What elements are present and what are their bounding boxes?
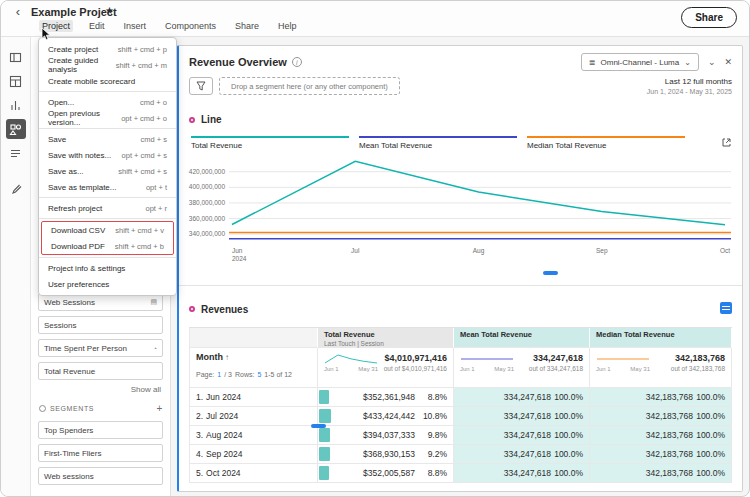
row-mean-pct: 100.0% <box>551 468 583 478</box>
menu-item-create-project[interactable]: Create projectshift + cmd + p <box>39 41 176 57</box>
table-settings-icon[interactable] <box>720 300 732 318</box>
share-button[interactable]: Share <box>681 7 737 28</box>
menu-item-open-previous-version[interactable]: Open previous version...opt + cmd + o <box>39 110 176 126</box>
row-pct: 8.8% <box>415 468 447 478</box>
show-all-link[interactable]: Show all <box>38 385 161 394</box>
panels-icon[interactable] <box>6 47 26 67</box>
menu-item-refresh-project[interactable]: Refresh projectopt + r <box>39 200 176 216</box>
metric-badge-icon: ▤ <box>150 298 157 306</box>
mean-out-of: out of 334,247,618 <box>529 365 583 372</box>
total-revenue-grand-total: $4,010,971,416 <box>384 353 447 363</box>
svg-text:360,000,000: 360,000,000 <box>189 215 226 222</box>
collapse-panel-icon[interactable]: ⌄ <box>708 57 716 67</box>
legend-median-total-revenue[interactable]: Median Total Revenue <box>527 136 685 150</box>
chart-scrollbar-thumb[interactable] <box>543 271 558 275</box>
menu-item-shortcut: shift + cmd + b <box>107 242 164 251</box>
table-row[interactable]: 4.Sep 2024 $368,930,1539.2% 334,247,6181… <box>190 445 732 464</box>
chart-legend: Total Revenue Mean Total Revenue Median … <box>179 125 742 150</box>
menu-insert[interactable]: Insert <box>121 20 150 32</box>
menu-item-shortcut: shift + cmd + m <box>108 61 167 70</box>
spark-end-label: May 31 <box>358 366 378 372</box>
row-value: $433,424,442 <box>363 411 415 421</box>
table-row[interactable]: 3.Aug 2024 $394,037,3339.8% 334,247,6181… <box>190 426 732 445</box>
revenues-title[interactable]: Revenues <box>201 304 248 315</box>
back-chevron-icon[interactable]: ‹ <box>11 4 25 19</box>
rows-count-input[interactable]: 5 <box>257 371 261 378</box>
segment-drop-zone[interactable]: Drop a segment here (or any other compon… <box>219 77 400 95</box>
info-icon[interactable]: i <box>292 57 302 67</box>
panel-title: Revenue Overview <box>189 56 287 68</box>
metric-item-total-revenue[interactable]: Total Revenue <box>38 362 163 380</box>
menu-item-download-csv[interactable]: Download CSVshift + cmd + v <box>42 222 173 238</box>
menu-item-open[interactable]: Open...cmd + o <box>39 94 176 110</box>
table-horizontal-scrollbar-thumb[interactable] <box>311 424 326 428</box>
row-median-pct: 100.0% <box>693 392 725 402</box>
menu-item-label: Save <box>48 135 66 144</box>
menu-item-create-mobile-scorecard[interactable]: Create mobile scorecard <box>39 73 176 89</box>
menu-item-project-info-settings[interactable]: Project info & settings <box>39 260 176 276</box>
tables-icon[interactable] <box>6 71 26 91</box>
table-row[interactable]: 2.Jul 2024 $433,424,44210.8% 334,247,618… <box>190 407 732 426</box>
value-bar <box>319 428 330 442</box>
export-chart-icon[interactable] <box>721 134 732 152</box>
viz-color-dot-icon <box>189 117 195 123</box>
row-median-pct: 100.0% <box>693 468 725 478</box>
month-header-cell[interactable]: Month↑ Page: 1 / 3 Rows: 5 1-5 of 12 <box>190 348 318 388</box>
metric-item-sessions[interactable]: Sessions <box>38 316 163 334</box>
menu-item-user-preferences[interactable]: User preferences <box>39 276 176 292</box>
chart-scrollbar[interactable] <box>189 270 732 276</box>
median-grand-total: 342,183,768 <box>671 353 725 363</box>
legend-mean-total-revenue[interactable]: Mean Total Revenue <box>359 136 517 150</box>
menu-share[interactable]: Share <box>232 20 262 32</box>
titlebar: ‹ Example Project ★ Share Project Edit I… <box>1 1 749 37</box>
segment-filter-button[interactable] <box>189 77 213 95</box>
menu-item-label: Create project <box>48 45 98 54</box>
menu-components[interactable]: Components <box>162 20 219 32</box>
menu-item-download-pdf[interactable]: Download PDFshift + cmd + b <box>42 238 173 254</box>
svg-text:380,000,000: 380,000,000 <box>189 199 226 206</box>
svg-text:2024: 2024 <box>232 255 247 262</box>
menu-edit[interactable]: Edit <box>86 20 108 32</box>
band-median-total-revenue[interactable]: Median Total Revenue <box>590 328 732 348</box>
sort-asc-icon[interactable]: ↑ <box>225 353 229 362</box>
menu-item-save-as[interactable]: Save as...shift + cmd + s <box>39 163 176 179</box>
menu-item-save-as-template[interactable]: Save as template...opt + t <box>39 179 176 195</box>
menu-item-label: Refresh project <box>48 204 102 213</box>
segment-item-web-sessions[interactable]: Web sessions <box>38 467 163 485</box>
toc-icon[interactable] <box>6 143 26 163</box>
menu-help[interactable]: Help <box>275 20 300 32</box>
metric-item-time-spent[interactable]: Time Spent Per Person◔ <box>38 339 163 357</box>
menu-item-save[interactable]: Savecmd + s <box>39 131 176 147</box>
table-row[interactable]: 1.Jun 2024 $352,361,9488.8% 334,247,6181… <box>190 388 732 407</box>
close-panel-icon[interactable]: ✕ <box>724 57 732 67</box>
row-value: $352,361,948 <box>363 392 415 402</box>
menu-item-label: Open previous version... <box>48 109 113 127</box>
visualizations-icon[interactable] <box>6 95 26 115</box>
table-row[interactable]: 5.Oct 2024 $352,005,5878.8% 334,247,6181… <box>190 464 732 483</box>
favorite-star-icon[interactable]: ★ <box>105 5 114 16</box>
menu-item-save-with-notes[interactable]: Save with notes...opt + cmd + s <box>39 147 176 163</box>
add-segment-icon[interactable]: + <box>157 403 163 414</box>
segment-item-top-spenders[interactable]: Top Spenders <box>38 421 163 439</box>
page-number-input[interactable]: 1 <box>217 371 221 378</box>
row-median-pct: 100.0% <box>693 449 725 459</box>
line-viz-title[interactable]: Line <box>201 114 222 125</box>
dataset-selector[interactable]: ≣ Omni-Channel - Luma ⌄ <box>581 53 699 71</box>
menu-item-shortcut: opt + t <box>138 183 167 192</box>
menu-item-shortcut: opt + cmd + o <box>113 114 167 123</box>
segment-label: First-Time Fliers <box>44 449 101 458</box>
left-icon-rail <box>1 37 31 496</box>
style-brush-icon[interactable] <box>6 179 26 199</box>
band-mean-total-revenue[interactable]: Mean Total Revenue <box>454 328 590 348</box>
band-metric-name: Total Revenue <box>324 330 447 339</box>
band-total-revenue[interactable]: Total Revenue Last Touch | Session <box>318 328 454 348</box>
spark-start-label: Jun 1 <box>460 366 475 372</box>
line-viz-header: Line <box>179 100 742 125</box>
line-chart[interactable]: 340,000,000360,000,000380,000,000400,000… <box>179 150 742 268</box>
legend-total-revenue[interactable]: Total Revenue <box>191 136 349 150</box>
segment-item-first-time-fliers[interactable]: First-Time Fliers <box>38 444 163 462</box>
components-icon[interactable] <box>6 119 26 139</box>
date-range-block[interactable]: Last 12 full months Jun 1, 2024 - May 31… <box>647 77 732 95</box>
menu-item-create-guided-analysis[interactable]: Create guided analysisshift + cmd + m <box>39 57 176 73</box>
row-number: 5. <box>196 468 203 478</box>
